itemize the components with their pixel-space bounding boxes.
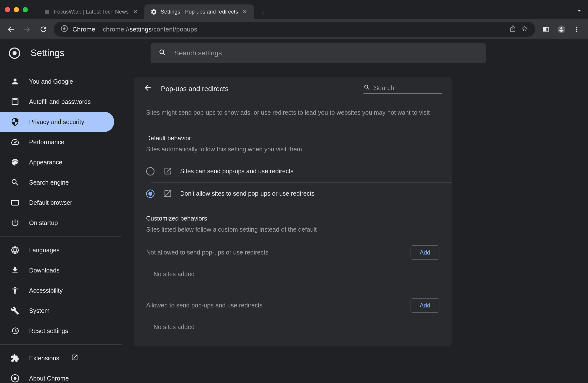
sidebar-item-privacy[interactable]: Privacy and security (0, 112, 114, 132)
search-settings-box[interactable] (150, 43, 486, 63)
radio-button-checked[interactable] (146, 190, 154, 198)
window-maximize-button[interactable] (23, 7, 28, 12)
tab-strip: FocusWarp | Latest Tech News ✕ Settings … (38, 0, 269, 19)
sidebar-item-about[interactable]: About Chrome (0, 368, 114, 383)
radio-option-block[interactable]: Don't allow sites to send pop-ups or use… (151, 183, 452, 205)
gear-icon (150, 8, 157, 15)
divider (0, 236, 122, 237)
tab-overflow-button[interactable] (576, 7, 583, 15)
extension-icon (10, 353, 20, 363)
reload-button[interactable] (38, 23, 49, 35)
sidebar-item-label: Extensions (29, 355, 59, 362)
power-icon (10, 218, 20, 228)
divider (0, 344, 122, 345)
tab-focuswarp[interactable]: FocusWarp | Latest Tech News ✕ (38, 4, 145, 19)
site-info-icon[interactable] (61, 25, 68, 34)
browser-icon (10, 198, 20, 207)
sidebar-item-label: Search engine (29, 179, 69, 186)
menu-icon[interactable] (570, 23, 583, 36)
allowed-header: Allowed to send pop-ups and use redirect… (134, 293, 452, 318)
forward-button[interactable] (21, 23, 33, 35)
profile-icon[interactable] (555, 23, 568, 36)
back-arrow-button[interactable] (143, 83, 152, 94)
sidebar-item-extensions[interactable]: Extensions (0, 348, 114, 368)
toolbar: Chrome | chrome://settings/content/popup… (0, 19, 588, 39)
sidebar-item-label: Autofill and passwords (29, 98, 91, 105)
sidebar-item-label: About Chrome (29, 375, 69, 382)
no-sites-text: No sites added (134, 265, 452, 284)
tab-title: Settings - Pop-ups and redirects (161, 9, 238, 15)
sidebar-item-downloads[interactable]: Downloads (0, 260, 114, 280)
sidebar-item-you-and-google[interactable]: You and Google (0, 71, 114, 92)
chrome-icon (10, 374, 20, 383)
sidebar-item-label: Downloads (29, 267, 60, 274)
sidebar-item-label: Appearance (29, 159, 62, 166)
content-area: Pop-ups and redirects Sites might send p… (122, 67, 588, 383)
person-icon (10, 77, 20, 86)
sidebar-item-reset[interactable]: Reset settings (0, 321, 114, 341)
section-title-custom: Customized behaviors (134, 205, 452, 225)
sidebar-item-search-engine[interactable]: Search engine (0, 172, 114, 192)
page-title: Settings (31, 48, 64, 58)
traffic-lights (5, 7, 28, 12)
radio-button[interactable] (146, 167, 154, 175)
external-link-icon (71, 354, 78, 363)
card-search-box[interactable] (363, 84, 442, 94)
tab-settings[interactable]: Settings - Pop-ups and redirects ✕ (145, 4, 254, 19)
sidebar-item-appearance[interactable]: Appearance (0, 152, 114, 172)
no-sites-text: No sites added (134, 318, 452, 336)
section-title-default-behavior: Default behavior (134, 125, 452, 144)
speedometer-icon (10, 137, 20, 147)
title-bar: FocusWarp | Latest Tech News ✕ Settings … (0, 0, 588, 19)
sidebar-item-label: Privacy and security (29, 118, 84, 126)
sidebar-item-startup[interactable]: On startup (0, 213, 114, 233)
svg-rect-0 (45, 10, 49, 14)
palette-icon (10, 157, 20, 167)
new-tab-button[interactable]: + (257, 7, 269, 19)
sidebar-item-system[interactable]: System (0, 301, 114, 321)
list-title: Allowed to send pop-ups and use redirect… (146, 302, 263, 309)
svg-point-2 (63, 27, 65, 30)
sidebar-item-label: Performance (29, 139, 64, 146)
card-search-input[interactable] (374, 84, 454, 92)
close-icon[interactable]: ✕ (132, 9, 139, 15)
search-icon (158, 48, 167, 58)
url-text: Chrome | chrome://settings/content/popup… (72, 26, 505, 33)
accessibility-icon (10, 286, 20, 295)
card-title: Pop-ups and redirects (161, 85, 355, 93)
radio-option-allow[interactable]: Sites can send pop-ups and use redirects (151, 160, 452, 183)
chrome-logo-icon (8, 47, 21, 59)
card-header: Pop-ups and redirects (134, 77, 452, 101)
shield-icon (10, 117, 20, 127)
sidebar-item-autofill[interactable]: Autofill and passwords (0, 92, 114, 112)
radio-label: Sites can send pop-ups and use redirects (180, 168, 294, 175)
bookmark-icon[interactable] (521, 25, 528, 34)
address-bar[interactable]: Chrome | chrome://settings/content/popup… (54, 22, 535, 37)
svg-line-8 (165, 190, 171, 197)
sidebar-item-performance[interactable]: Performance (0, 132, 114, 152)
svg-point-7 (14, 377, 17, 380)
window-minimize-button[interactable] (14, 7, 19, 12)
not-allowed-header: Not allowed to send pop-ups or use redir… (134, 240, 452, 265)
add-not-allowed-button[interactable]: Add (411, 245, 440, 260)
clipboard-icon (10, 97, 20, 106)
sidebar-item-label: Reset settings (29, 327, 68, 335)
sidebar-item-label: Languages (29, 247, 60, 254)
close-icon[interactable]: ✕ (242, 9, 248, 15)
section-subtitle: Sites listed below follow a custom setti… (134, 225, 452, 240)
section-subtitle: Sites automatically follow this setting … (134, 144, 452, 160)
sidebar-item-default-browser[interactable]: Default browser (0, 192, 114, 213)
search-settings-input[interactable] (174, 49, 478, 57)
content-card: Pop-ups and redirects Sites might send p… (134, 77, 452, 346)
search-icon (10, 178, 20, 187)
launch-icon (163, 167, 173, 176)
sidebar-item-languages[interactable]: Languages (0, 240, 114, 260)
side-panel-icon[interactable] (540, 23, 552, 36)
back-button[interactable] (5, 23, 17, 35)
add-allowed-button[interactable]: Add (411, 298, 440, 313)
sidebar-item-accessibility[interactable]: Accessibility (0, 280, 114, 301)
share-icon[interactable] (509, 25, 517, 34)
settings-header: Settings (0, 39, 588, 67)
search-icon (363, 84, 370, 92)
window-close-button[interactable] (5, 7, 10, 12)
